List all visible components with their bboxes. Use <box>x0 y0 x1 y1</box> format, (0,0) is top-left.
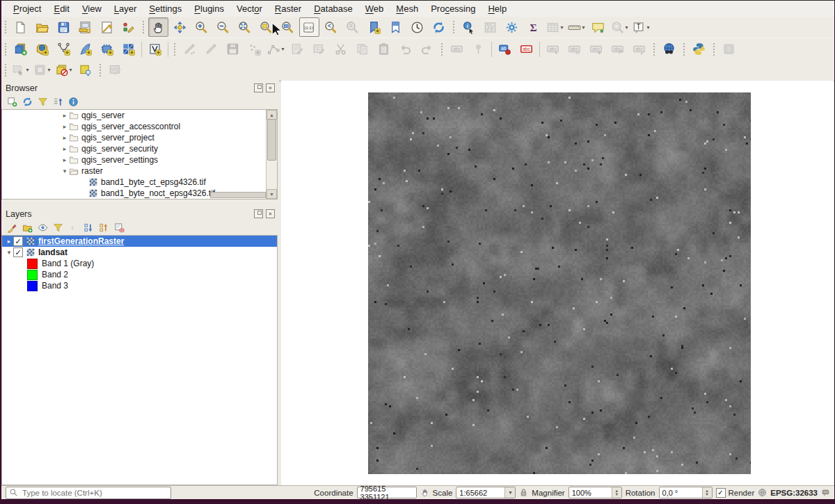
browser-item[interactable]: ▸qgis_server_project <box>2 132 277 143</box>
identify-features-button[interactable]: i <box>459 17 479 37</box>
zoom-to-layer-button[interactable] <box>278 17 298 37</box>
show-bookmarks-button[interactable] <box>385 17 406 37</box>
rotation-spin[interactable]: 0,0 ° ▲▼ <box>659 487 713 498</box>
browser-item[interactable]: ▸qgis_server_security <box>2 143 277 154</box>
map-canvas[interactable] <box>281 81 834 485</box>
expand-all-button[interactable] <box>81 220 96 235</box>
menu-plugins[interactable]: Plugins <box>188 2 230 15</box>
filter-legend-button[interactable] <box>50 220 65 235</box>
browser-item[interactable]: ▸qgis_server_settings <box>2 154 277 165</box>
text-annotation-dropdown-icon[interactable]: ▾ <box>646 24 649 31</box>
menu-mesh[interactable]: Mesh <box>390 2 424 15</box>
browser-item[interactable]: ▾raster <box>2 165 277 177</box>
map-tips-button[interactable] <box>588 17 608 37</box>
deselect-all-dropdown-icon[interactable]: ▾ <box>69 67 72 73</box>
spinner-icons[interactable]: ▲▼ <box>612 487 621 498</box>
layer-labeling-options-button[interactable]: ab <box>495 40 515 59</box>
render-checkbox[interactable]: ✓ Render <box>716 488 755 498</box>
menu-processing[interactable]: Processing <box>424 2 482 15</box>
manage-map-themes-button[interactable] <box>35 220 50 235</box>
filter-browser-button[interactable] <box>35 95 50 109</box>
collapse-all-button[interactable] <box>50 95 65 109</box>
scale-combo[interactable]: 1:65662 ▼ <box>456 487 516 498</box>
open-layer-styling-button[interactable] <box>4 220 19 235</box>
magnifier-spin[interactable]: 100% ▲▼ <box>568 487 622 498</box>
text-annotation-button[interactable]: T▾ <box>631 17 651 37</box>
style-manager-button[interactable] <box>118 17 138 37</box>
menu-help[interactable]: Help <box>482 2 513 15</box>
temporal-controller-button[interactable] <box>407 17 427 37</box>
layer-item[interactable]: ▸✓firstGenerationRaster <box>2 236 277 247</box>
nominatim-search-dropdown-icon[interactable]: ▾ <box>625 24 628 31</box>
zoom-in-button[interactable] <box>191 17 212 37</box>
spinner-icons[interactable]: ▲▼ <box>702 487 712 498</box>
browser-close-button[interactable]: ✕ <box>266 83 275 92</box>
new-mesh-layer-button[interactable] <box>97 40 117 59</box>
coordinate-input[interactable]: 795615 3351121 <box>357 487 417 498</box>
expander-icon[interactable]: ▸ <box>61 134 69 141</box>
layer-properties-button[interactable] <box>65 95 81 109</box>
layer-visibility-checkbox[interactable]: ✓ <box>13 236 23 246</box>
select-by-expression-button[interactable] <box>75 60 95 80</box>
zoom-full-button[interactable] <box>234 17 255 37</box>
layer-visibility-checkbox[interactable]: ✓ <box>13 247 23 257</box>
locator-search[interactable] <box>6 487 171 499</box>
new-bookmark-button[interactable] <box>364 17 384 37</box>
menu-database[interactable]: Database <box>308 2 359 15</box>
zoom-last-button[interactable]: < <box>321 17 341 37</box>
measure-dropdown-icon[interactable]: ▾ <box>582 24 584 31</box>
layer-item[interactable]: Band 2 <box>2 269 277 280</box>
remove-layer-button[interactable] <box>111 220 127 235</box>
new-print-layout-button[interactable] <box>75 17 95 37</box>
pan-to-selection-button[interactable] <box>170 17 190 37</box>
scale-dropdown-icon[interactable]: ▼ <box>504 487 515 498</box>
processing-toolbox-button[interactable] <box>502 17 522 37</box>
scale-lock-icon[interactable] <box>519 488 528 497</box>
new-project-button[interactable] <box>10 17 31 37</box>
menu-settings[interactable]: Settings <box>143 2 188 15</box>
vertex-tool-dropdown-icon[interactable]: ▾ <box>281 46 284 52</box>
new-gpx-layer-button[interactable] <box>118 40 138 59</box>
layer-item[interactable]: Band 3 <box>2 280 277 291</box>
browser-hscrollbar[interactable] <box>210 192 266 198</box>
browser-float-button[interactable] <box>254 83 263 92</box>
python-console-button[interactable] <box>689 40 709 59</box>
open-attribute-table-dropdown-icon[interactable]: ▾ <box>560 24 563 31</box>
zoom-to-selection-button[interactable] <box>256 17 276 37</box>
menu-edit[interactable]: Edit <box>47 2 75 15</box>
menu-project[interactable]: Project <box>7 2 47 15</box>
select-features-dropdown-icon[interactable]: ▾ <box>26 67 29 73</box>
messages-icon[interactable] <box>821 488 830 497</box>
add-group-button[interactable] <box>19 220 35 235</box>
menu-view[interactable]: View <box>76 2 108 15</box>
expander-icon[interactable]: ▸ <box>61 123 69 130</box>
browser-item[interactable]: ▸qgis_server <box>2 110 277 121</box>
new-spatialite-layer-button[interactable] <box>75 40 95 59</box>
metasearch-button[interactable] <box>659 40 679 59</box>
save-project-button[interactable] <box>54 17 74 37</box>
layer-diagram-options-button[interactable]: abc <box>516 40 536 59</box>
menu-web[interactable]: Web <box>359 2 390 15</box>
menu-layer[interactable]: Layer <box>108 2 143 15</box>
collapse-all-layers-button[interactable] <box>96 220 111 235</box>
show-statistics-button[interactable]: Σ <box>523 17 543 37</box>
zoom-native-button[interactable]: (1:1) <box>299 17 319 37</box>
measure-button[interactable]: ▾ <box>566 17 587 37</box>
new-virtual-layer-button[interactable] <box>145 40 165 59</box>
layer-item[interactable]: ▾✓landsat <box>2 247 277 258</box>
expander-icon[interactable]: ▾ <box>61 168 69 174</box>
browser-scrollbar[interactable]: ▲ ▼ <box>266 110 277 199</box>
data-source-manager-button[interactable] <box>10 40 31 59</box>
refresh-map-button[interactable] <box>429 17 449 37</box>
crs-status[interactable]: EPSG:32633 <box>770 489 818 497</box>
new-shapefile-layer-button[interactable] <box>54 40 74 59</box>
pan-map-button[interactable] <box>148 17 168 37</box>
new-geopackage-layer-button[interactable] <box>32 40 52 59</box>
open-project-button[interactable] <box>32 17 52 37</box>
menu-raster[interactable]: Raster <box>269 2 308 15</box>
zoom-out-button[interactable] <box>213 17 233 37</box>
scrollbar-thumb[interactable] <box>267 119 276 161</box>
expander-icon[interactable]: ▸ <box>5 238 13 245</box>
select-by-form-dropdown-icon[interactable]: ▾ <box>47 67 50 73</box>
expander-icon[interactable]: ▸ <box>61 145 69 152</box>
